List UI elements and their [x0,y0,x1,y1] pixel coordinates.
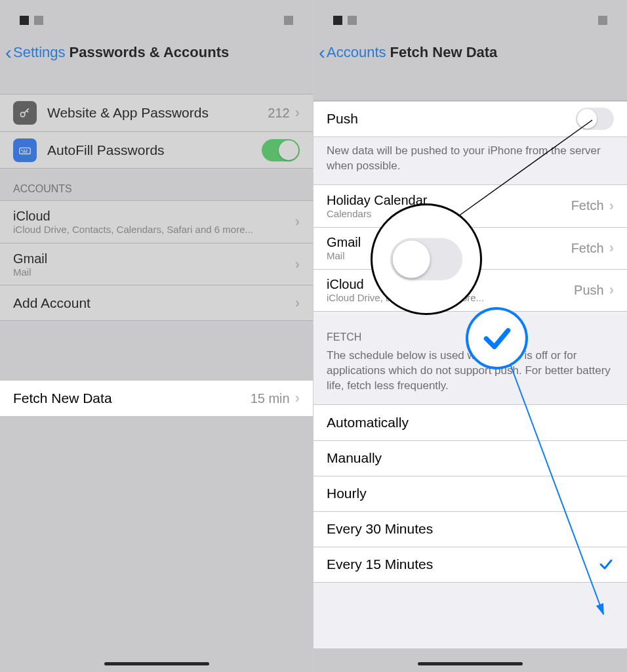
svg-rect-3 [24,150,25,151]
push-switch[interactable] [576,108,614,130]
status-bar [314,0,627,36]
chevron-right-icon: › [609,198,614,215]
row-value: Fetch [571,198,604,213]
row-label: Holiday Calendar [327,193,571,208]
page-title: Passwords & Accounts [70,44,230,61]
home-indicator [104,662,209,665]
chevron-right-icon: › [295,104,300,121]
status-bar [0,0,313,36]
svg-rect-2 [22,150,23,151]
back-button[interactable]: ‹ Settings [5,43,66,62]
account-holiday-row[interactable]: Holiday Calendar Calendars Fetch › [314,185,627,227]
nav-bar: ‹ Settings Passwords & Accounts [0,36,313,72]
back-label: Settings [13,44,66,61]
chevron-right-icon: › [295,390,300,407]
fetch-option-automatically[interactable]: Automatically [314,405,627,440]
back-label: Accounts [327,44,386,61]
back-button[interactable]: ‹ Accounts [319,43,386,62]
chevron-right-icon: › [295,295,300,312]
svg-rect-4 [26,150,28,151]
fetch-option-30min[interactable]: Every 30 Minutes [314,511,627,547]
autofill-passwords-row[interactable]: AutoFill Passwords [0,131,313,168]
page-title: Fetch New Data [390,44,498,61]
row-label: Push [327,111,576,127]
svg-rect-5 [22,151,27,152]
row-label: Add Account [13,295,295,311]
row-value: 15 min [251,391,290,406]
push-footer: New data will be pushed to your iPhone f… [314,137,627,184]
fetch-new-data-row[interactable]: Fetch New Data 15 min › [0,381,313,416]
row-label: Website & App Passwords [47,105,268,121]
chevron-left-icon: ‹ [319,43,325,62]
chevron-right-icon: › [609,240,614,257]
key-icon [13,101,37,125]
push-switch-enlarged [390,238,462,281]
keyboard-icon [13,138,37,162]
chevron-right-icon: › [295,256,300,273]
add-account-row[interactable]: Add Account › [0,285,313,320]
chevron-left-icon: ‹ [5,43,12,62]
left-screenshot: ‹ Settings Passwords & Accounts Website … [0,0,314,672]
accounts-header: ACCOUNTS [0,169,313,200]
row-label: Gmail [13,251,295,266]
magnified-checkmark [466,307,528,369]
autofill-switch[interactable] [262,139,300,161]
row-label: iCloud [13,209,295,224]
chevron-right-icon: › [609,282,614,299]
checkmark-icon [481,322,514,355]
fetch-option-15min[interactable]: Every 15 Minutes [314,547,627,582]
fetch-footer: The schedule below is used when push is … [314,348,627,404]
magnified-push-switch [371,203,482,315]
checkmark-icon [598,556,614,572]
push-row[interactable]: Push [314,101,627,136]
fetch-option-hourly[interactable]: Hourly [314,476,627,511]
row-value: Push [574,283,604,298]
account-gmail-row[interactable]: Gmail Mail › [0,243,313,285]
account-icloud-row[interactable]: iCloud iCloud Drive, Contacts, Calendars… [0,201,313,243]
row-value: Fetch [571,241,604,256]
home-indicator [418,662,523,665]
row-label: Fetch New Data [13,390,251,406]
row-label: AutoFill Passwords [47,142,262,158]
website-app-passwords-row[interactable]: Website & App Passwords 212 › [0,94,313,131]
row-sublabel: iCloud Drive, Contacts, Calendars, Safar… [13,224,295,235]
row-value: 212 [268,106,289,121]
chevron-right-icon: › [295,213,300,230]
fetch-option-manually[interactable]: Manually [314,440,627,476]
row-sublabel: Mail [13,266,295,278]
nav-bar: ‹ Accounts Fetch New Data [314,36,627,72]
fetch-new-data-row-highlight: Fetch New Data 15 min › [0,381,313,416]
